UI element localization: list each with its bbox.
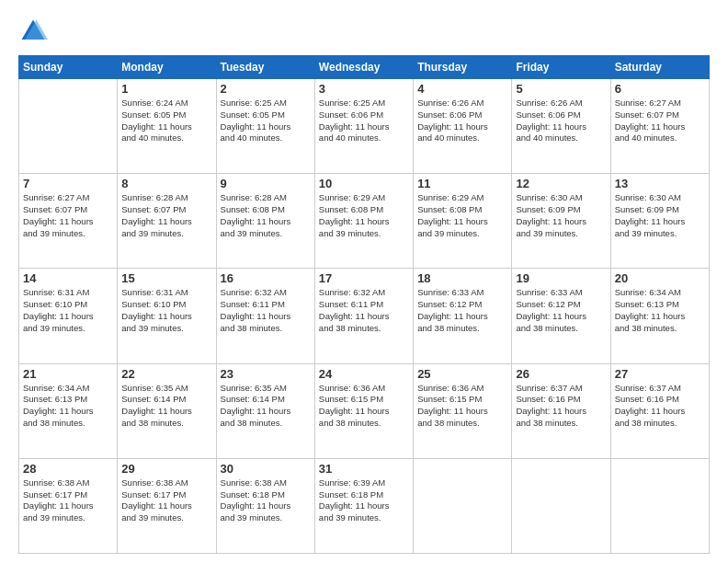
calendar-week-row: 28Sunrise: 6:38 AM Sunset: 6:17 PM Dayli… <box>19 458 710 553</box>
day-info: Sunrise: 6:38 AM Sunset: 6:17 PM Dayligh… <box>121 477 211 524</box>
day-number: 18 <box>417 271 507 285</box>
calendar-cell: 10Sunrise: 6:29 AM Sunset: 6:08 PM Dayli… <box>314 174 413 269</box>
calendar-cell: 18Sunrise: 6:33 AM Sunset: 6:12 PM Dayli… <box>414 269 512 363</box>
day-info: Sunrise: 6:27 AM Sunset: 6:07 PM Dayligh… <box>615 98 705 144</box>
day-number: 2 <box>221 82 311 96</box>
day-number: 23 <box>221 367 311 381</box>
day-number: 3 <box>319 82 409 96</box>
calendar-cell: 3Sunrise: 6:25 AM Sunset: 6:06 PM Daylig… <box>314 79 413 174</box>
calendar-week-row: 1Sunrise: 6:24 AM Sunset: 6:05 PM Daylig… <box>19 79 710 174</box>
calendar-cell: 8Sunrise: 6:28 AM Sunset: 6:07 PM Daylig… <box>118 174 216 269</box>
calendar-cell: 19Sunrise: 6:33 AM Sunset: 6:12 PM Dayli… <box>512 269 610 363</box>
day-info: Sunrise: 6:32 AM Sunset: 6:11 PM Dayligh… <box>221 287 311 334</box>
calendar-cell: 5Sunrise: 6:26 AM Sunset: 6:06 PM Daylig… <box>512 79 610 174</box>
calendar-cell: 4Sunrise: 6:26 AM Sunset: 6:06 PM Daylig… <box>414 79 512 174</box>
calendar: SundayMondayTuesdayWednesdayThursdayFrid… <box>18 55 710 554</box>
calendar-cell: 14Sunrise: 6:31 AM Sunset: 6:10 PM Dayli… <box>19 269 118 363</box>
day-number: 27 <box>615 367 705 381</box>
calendar-cell: 2Sunrise: 6:25 AM Sunset: 6:05 PM Daylig… <box>216 79 314 174</box>
day-info: Sunrise: 6:29 AM Sunset: 6:08 PM Dayligh… <box>319 192 409 239</box>
day-number: 6 <box>615 82 705 96</box>
day-info: Sunrise: 6:27 AM Sunset: 6:07 PM Dayligh… <box>23 192 113 239</box>
logo-icon <box>18 17 48 46</box>
calendar-cell: 9Sunrise: 6:28 AM Sunset: 6:08 PM Daylig… <box>216 174 314 269</box>
day-number: 1 <box>121 82 211 96</box>
calendar-cell: 16Sunrise: 6:32 AM Sunset: 6:11 PM Dayli… <box>216 269 314 363</box>
day-info: Sunrise: 6:31 AM Sunset: 6:10 PM Dayligh… <box>23 287 113 334</box>
day-number: 29 <box>121 462 211 476</box>
day-number: 24 <box>319 367 409 381</box>
day-number: 12 <box>516 177 606 190</box>
day-info: Sunrise: 6:39 AM Sunset: 6:18 PM Dayligh… <box>319 477 409 524</box>
day-info: Sunrise: 6:34 AM Sunset: 6:13 PM Dayligh… <box>615 287 705 334</box>
calendar-cell: 28Sunrise: 6:38 AM Sunset: 6:17 PM Dayli… <box>19 458 118 553</box>
calendar-week-row: 7Sunrise: 6:27 AM Sunset: 6:07 PM Daylig… <box>19 174 710 269</box>
day-number: 10 <box>319 177 409 190</box>
calendar-cell: 11Sunrise: 6:29 AM Sunset: 6:08 PM Dayli… <box>414 174 512 269</box>
day-number: 4 <box>417 82 507 96</box>
day-number: 16 <box>221 271 311 285</box>
calendar-cell: 24Sunrise: 6:36 AM Sunset: 6:15 PM Dayli… <box>314 363 413 458</box>
day-number: 20 <box>615 271 705 285</box>
day-header-thursday: Thursday <box>414 56 512 79</box>
day-info: Sunrise: 6:28 AM Sunset: 6:07 PM Dayligh… <box>121 192 211 239</box>
day-info: Sunrise: 6:29 AM Sunset: 6:08 PM Dayligh… <box>417 192 507 239</box>
calendar-cell: 6Sunrise: 6:27 AM Sunset: 6:07 PM Daylig… <box>610 79 709 174</box>
calendar-cell: 15Sunrise: 6:31 AM Sunset: 6:10 PM Dayli… <box>118 269 216 363</box>
calendar-cell: 20Sunrise: 6:34 AM Sunset: 6:13 PM Dayli… <box>610 269 709 363</box>
day-number: 14 <box>23 271 113 285</box>
day-info: Sunrise: 6:26 AM Sunset: 6:06 PM Dayligh… <box>417 98 507 144</box>
day-info: Sunrise: 6:25 AM Sunset: 6:06 PM Dayligh… <box>319 98 409 144</box>
day-header-monday: Monday <box>118 56 216 79</box>
header <box>18 17 710 46</box>
calendar-cell <box>610 458 709 553</box>
calendar-cell: 1Sunrise: 6:24 AM Sunset: 6:05 PM Daylig… <box>118 79 216 174</box>
day-header-saturday: Saturday <box>610 56 709 79</box>
calendar-cell: 25Sunrise: 6:36 AM Sunset: 6:15 PM Dayli… <box>414 363 512 458</box>
day-header-tuesday: Tuesday <box>216 56 314 79</box>
day-number: 21 <box>23 367 113 381</box>
calendar-cell <box>414 458 512 553</box>
day-number: 19 <box>516 271 606 285</box>
day-info: Sunrise: 6:35 AM Sunset: 6:14 PM Dayligh… <box>221 383 311 430</box>
day-info: Sunrise: 6:30 AM Sunset: 6:09 PM Dayligh… <box>615 192 705 239</box>
calendar-cell: 27Sunrise: 6:37 AM Sunset: 6:16 PM Dayli… <box>610 363 709 458</box>
day-number: 15 <box>121 271 211 285</box>
calendar-cell: 22Sunrise: 6:35 AM Sunset: 6:14 PM Dayli… <box>118 363 216 458</box>
calendar-cell: 23Sunrise: 6:35 AM Sunset: 6:14 PM Dayli… <box>216 363 314 458</box>
day-info: Sunrise: 6:28 AM Sunset: 6:08 PM Dayligh… <box>221 192 311 239</box>
day-number: 22 <box>121 367 211 381</box>
page: SundayMondayTuesdayWednesdayThursdayFrid… <box>0 0 728 563</box>
day-info: Sunrise: 6:38 AM Sunset: 6:18 PM Dayligh… <box>221 477 311 524</box>
day-info: Sunrise: 6:33 AM Sunset: 6:12 PM Dayligh… <box>516 287 606 334</box>
day-number: 7 <box>23 177 113 190</box>
day-info: Sunrise: 6:34 AM Sunset: 6:13 PM Dayligh… <box>23 383 113 430</box>
day-info: Sunrise: 6:36 AM Sunset: 6:15 PM Dayligh… <box>319 383 409 430</box>
day-number: 9 <box>221 177 311 190</box>
day-number: 26 <box>516 367 606 381</box>
calendar-cell: 21Sunrise: 6:34 AM Sunset: 6:13 PM Dayli… <box>19 363 118 458</box>
calendar-cell <box>512 458 610 553</box>
day-info: Sunrise: 6:37 AM Sunset: 6:16 PM Dayligh… <box>516 383 606 430</box>
day-number: 5 <box>516 82 606 96</box>
day-info: Sunrise: 6:25 AM Sunset: 6:05 PM Dayligh… <box>221 98 311 144</box>
day-header-sunday: Sunday <box>19 56 118 79</box>
calendar-cell <box>19 79 118 174</box>
calendar-cell: 31Sunrise: 6:39 AM Sunset: 6:18 PM Dayli… <box>314 458 413 553</box>
day-number: 28 <box>23 462 113 476</box>
calendar-cell: 29Sunrise: 6:38 AM Sunset: 6:17 PM Dayli… <box>118 458 216 553</box>
calendar-cell: 26Sunrise: 6:37 AM Sunset: 6:16 PM Dayli… <box>512 363 610 458</box>
day-info: Sunrise: 6:33 AM Sunset: 6:12 PM Dayligh… <box>417 287 507 334</box>
day-number: 17 <box>319 271 409 285</box>
day-info: Sunrise: 6:26 AM Sunset: 6:06 PM Dayligh… <box>516 98 606 144</box>
day-info: Sunrise: 6:24 AM Sunset: 6:05 PM Dayligh… <box>121 98 211 144</box>
day-number: 13 <box>615 177 705 190</box>
calendar-cell: 12Sunrise: 6:30 AM Sunset: 6:09 PM Dayli… <box>512 174 610 269</box>
calendar-header-row: SundayMondayTuesdayWednesdayThursdayFrid… <box>19 56 710 79</box>
day-header-wednesday: Wednesday <box>314 56 413 79</box>
day-info: Sunrise: 6:36 AM Sunset: 6:15 PM Dayligh… <box>417 383 507 430</box>
day-header-friday: Friday <box>512 56 610 79</box>
day-info: Sunrise: 6:35 AM Sunset: 6:14 PM Dayligh… <box>121 383 211 430</box>
day-number: 11 <box>417 177 507 190</box>
day-info: Sunrise: 6:32 AM Sunset: 6:11 PM Dayligh… <box>319 287 409 334</box>
